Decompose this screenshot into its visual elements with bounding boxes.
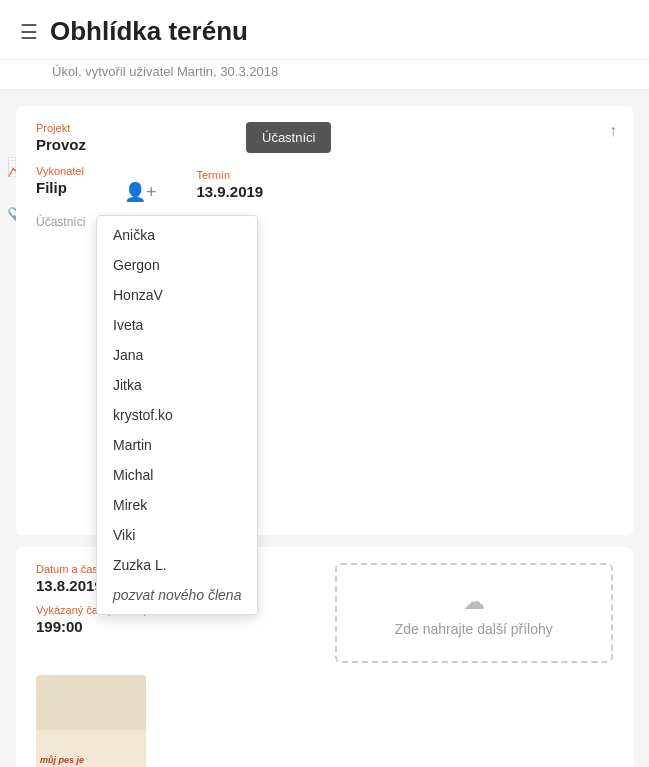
- participant-gergon[interactable]: Gergon: [97, 250, 257, 280]
- projekt-label: Projekt: [36, 122, 86, 134]
- page-header: ☰ Obhlídka terénu: [0, 0, 649, 60]
- page-title: Obhlídka terénu: [50, 16, 248, 47]
- participant-anicka[interactable]: Anička: [97, 220, 257, 250]
- participant-viki[interactable]: Viki: [97, 520, 257, 550]
- vykonatel-field: Vykonatel Filip: [36, 165, 84, 196]
- vykazany-value: 199:00: [36, 618, 315, 635]
- participant-martin[interactable]: Martin: [97, 430, 257, 460]
- participant-honzav[interactable]: HonzaV: [97, 280, 257, 310]
- termin-field: Termín 13.9.2019: [196, 169, 263, 200]
- add-participant-icon[interactable]: 👤+: [124, 182, 157, 202]
- participant-mirek[interactable]: Mirek: [97, 490, 257, 520]
- vykonatel-label: Vykonatel: [36, 165, 84, 177]
- main-content: ↑ Projekt Provoz Účastníci Vykonatel Fil…: [0, 90, 649, 767]
- task-details-card: ↑ Projekt Provoz Účastníci Vykonatel Fil…: [16, 106, 633, 535]
- termin-label: Termín: [196, 169, 263, 181]
- projekt-field: Projekt Provoz: [36, 122, 86, 153]
- upload-arrow-icon[interactable]: ↑: [609, 122, 617, 140]
- upload-label: Zde nahrajte další přílohy: [395, 621, 553, 637]
- header-subtitle: Úkol, vytvořil uživatel Martin, 30.3.201…: [0, 60, 649, 90]
- upload-zone[interactable]: ☁ Zde nahrajte další přílohy: [335, 563, 614, 663]
- vykonatel-value: Filip: [36, 179, 84, 196]
- image-item: můj pes je happi pe... 🗑 ✏️ chappipes.jp…: [36, 675, 163, 767]
- projekt-value: Provoz: [36, 136, 86, 153]
- image-thumbnail: můj pes je happi pe...: [36, 675, 146, 767]
- participants-dropdown: Anička Gergon HonzaV Iveta Jana Jitka kr…: [96, 215, 258, 615]
- upload-section: ☁ Zde nahrajte další přílohy: [335, 563, 614, 663]
- termin-value: 13.9.2019: [196, 183, 263, 200]
- participant-jana[interactable]: Jana: [97, 340, 257, 370]
- datum-value: 13.8.2019: [36, 577, 103, 594]
- image-section: můj pes je happi pe... 🗑 ✏️ chappipes.jp…: [36, 675, 613, 767]
- upload-cloud-icon: ☁: [463, 589, 485, 615]
- participant-krystof[interactable]: krystof.ko: [97, 400, 257, 430]
- participants-section: Účastníci Anička Gergon HonzaV Iveta Jan…: [36, 215, 613, 229]
- vykonatel-row: Vykonatel Filip 👤+ Termín 13.9.2019: [36, 165, 613, 203]
- invite-member-item[interactable]: pozvat nového člena: [97, 580, 257, 610]
- participant-zuzka[interactable]: Zuzka L.: [97, 550, 257, 580]
- chappipes-text1: můj pes je: [40, 755, 84, 765]
- participant-jitka[interactable]: Jitka: [97, 370, 257, 400]
- add-participant-section: 👤+: [124, 181, 157, 203]
- participant-michal[interactable]: Michal: [97, 460, 257, 490]
- participants-button[interactable]: Účastníci: [246, 122, 331, 153]
- task-list-icon: ☰: [20, 20, 38, 44]
- participant-iveta[interactable]: Iveta: [97, 310, 257, 340]
